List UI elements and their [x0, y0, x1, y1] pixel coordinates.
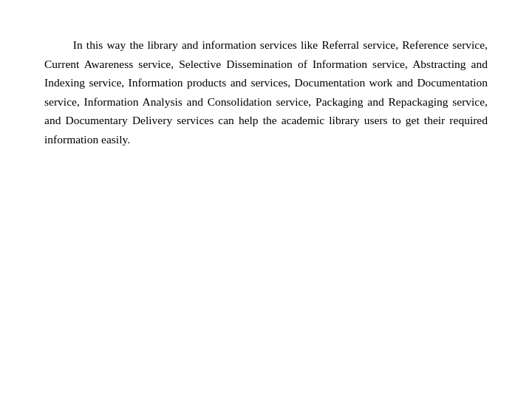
- paragraph-indent: [44, 35, 73, 55]
- paragraph-text: In this way the library and information …: [44, 38, 488, 146]
- main-paragraph: In this way the library and information …: [44, 35, 488, 149]
- page-container: In this way the library and information …: [0, 0, 532, 399]
